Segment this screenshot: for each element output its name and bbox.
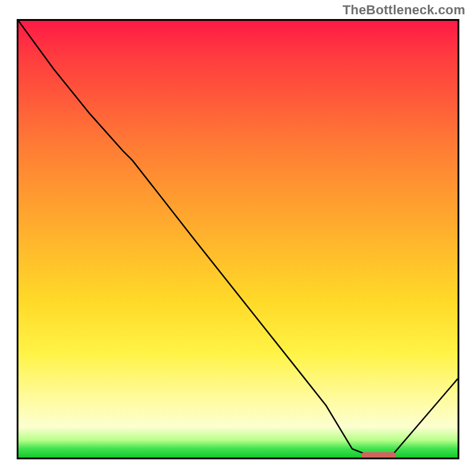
plot-area (17, 19, 459, 459)
watermark-text: TheBottleneck.com (343, 2, 465, 18)
chart-container: TheBottleneck.com (0, 0, 476, 476)
bottleneck-curve (18, 21, 458, 458)
optimal-range-marker (361, 452, 396, 459)
